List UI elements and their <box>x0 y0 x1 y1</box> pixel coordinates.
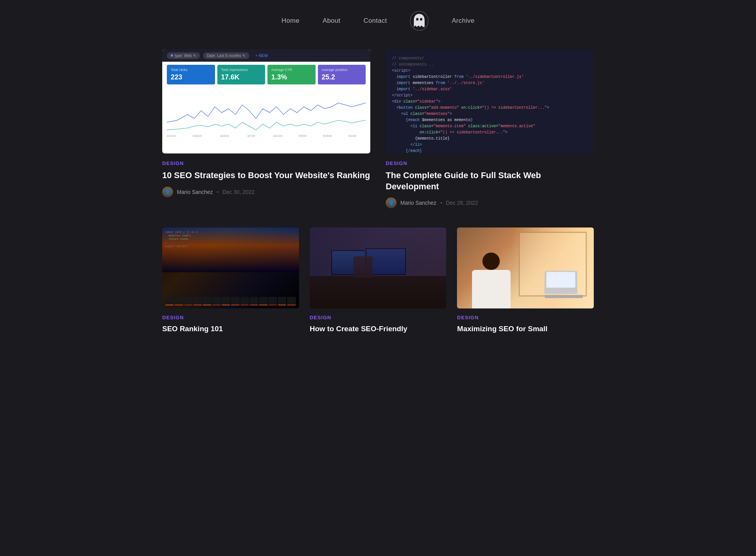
svg-text:5/19/19: 5/19/19 <box>323 134 332 138</box>
post-card-2: DESIGN How to Create SEO-Friendly <box>310 227 447 339</box>
post-card-1: const init = () => { modules.load() retu… <box>162 227 299 339</box>
post-card-3-image[interactable] <box>457 227 594 308</box>
post-date-1: Dec 30, 2022 <box>222 189 254 195</box>
meta-dot-1: • <box>217 189 218 195</box>
svg-text:4/7/19: 4/7/19 <box>247 134 255 138</box>
post-date-2: Dec 28, 2022 <box>446 200 478 206</box>
featured-card-1-image[interactable]: type: Web ✎ Date: Last 6 months ✎ + NEW … <box>162 49 370 153</box>
post-card-3-title[interactable]: Maximizing SEO for Small <box>457 324 594 334</box>
featured-card-1: type: Web ✎ Date: Last 6 months ✎ + NEW … <box>162 49 370 208</box>
author-name-1: Mario Sanchez <box>177 189 213 195</box>
author-avatar-2: 👤 <box>386 197 396 208</box>
nav-home[interactable]: Home <box>282 17 300 25</box>
main-nav: Home About Contact Archive <box>0 0 756 42</box>
featured-card-1-title[interactable]: 10 SEO Strategies to Boost Your Website'… <box>162 170 370 181</box>
author-avatar-1: 👤 <box>162 187 173 197</box>
post-card-2-title[interactable]: How to Create SEO-Friendly <box>310 324 447 334</box>
svg-text:3/24/19: 3/24/19 <box>220 134 229 138</box>
main-content: type: Web ✎ Date: Last 6 months ✎ + NEW … <box>147 42 609 362</box>
featured-card-2-category[interactable]: DESIGN <box>386 160 594 166</box>
featured-card-2-image[interactable]: // components/ // onComponents... <scrip… <box>386 49 594 153</box>
svg-text:2/24/19: 2/24/19 <box>167 134 176 138</box>
featured-card-2: // components/ // onComponents... <scrip… <box>386 49 594 208</box>
svg-text:4/21/19: 4/21/19 <box>273 134 282 138</box>
featured-card-1-category[interactable]: DESIGN <box>162 160 370 166</box>
svg-point-2 <box>420 18 422 21</box>
nav-contact[interactable]: Contact <box>363 17 387 25</box>
post-card-3-category[interactable]: DESIGN <box>457 315 594 320</box>
nav-archive[interactable]: Archive <box>452 17 474 25</box>
post-card-3: DESIGN Maximizing SEO for Small <box>457 227 594 339</box>
svg-text:3/10/19: 3/10/19 <box>193 134 202 138</box>
post-card-1-category[interactable]: DESIGN <box>162 315 299 320</box>
svg-text:6/2/19: 6/2/19 <box>349 134 356 138</box>
featured-card-1-meta: 👤 Mario Sanchez • Dec 30, 2022 <box>162 187 370 197</box>
featured-row: type: Web ✎ Date: Last 6 months ✎ + NEW … <box>162 49 594 208</box>
featured-card-2-meta: 👤 Mario Sanchez • Dec 28, 2022 <box>386 197 594 208</box>
post-card-1-title[interactable]: SEO Ranking 101 <box>162 324 299 334</box>
featured-card-2-title[interactable]: The Complete Guide to Full Stack Web Dev… <box>386 170 594 192</box>
author-name-2: Mario Sanchez <box>400 200 436 206</box>
post-card-1-image[interactable]: const init = () => { modules.load() retu… <box>162 227 299 308</box>
post-card-2-category[interactable]: DESIGN <box>310 315 447 320</box>
svg-text:5/5/19: 5/5/19 <box>299 134 307 138</box>
nav-about[interactable]: About <box>323 17 340 25</box>
posts-row: const init = () => { modules.load() retu… <box>162 227 594 339</box>
meta-dot-2: • <box>440 200 442 206</box>
site-logo[interactable] <box>410 11 428 31</box>
post-card-2-image[interactable] <box>310 227 447 308</box>
svg-point-1 <box>416 18 418 21</box>
